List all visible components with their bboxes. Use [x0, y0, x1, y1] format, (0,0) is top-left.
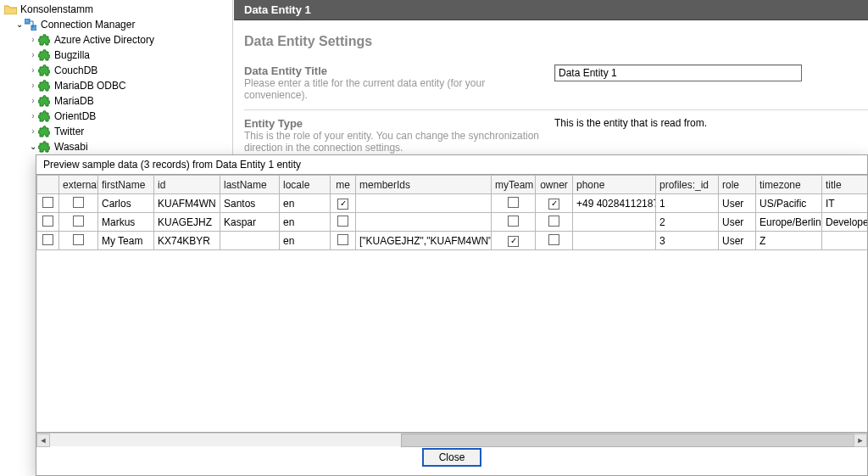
tree-root[interactable]: Konsolenstamm [0, 2, 232, 17]
chevron-down-icon[interactable]: ⌄ [29, 139, 37, 154]
cell-me[interactable] [331, 213, 356, 232]
checkbox[interactable] [508, 216, 519, 227]
cell-external[interactable] [59, 232, 98, 250]
cell-locale: en [280, 232, 331, 250]
cell-me[interactable] [331, 232, 356, 250]
checkbox[interactable] [548, 234, 559, 245]
cell-memberIds: ["KUAGEJHZ","KUAFM4WN"] [356, 232, 492, 250]
tree-connection-manager[interactable]: ⌄ Connection Manager [0, 17, 232, 32]
checkbox[interactable] [337, 199, 348, 210]
scroll-right-button[interactable]: ► [854, 434, 867, 447]
cell-timezone: US/Pacific [756, 194, 822, 213]
column-header[interactable]: lastName [220, 176, 280, 194]
sidebar-item-twitter[interactable]: ›Twitter [0, 124, 232, 139]
sidebar-item-mariadb[interactable]: ›MariaDB [0, 93, 232, 109]
chevron-right-icon[interactable]: › [29, 93, 37, 109]
cell-external[interactable] [59, 213, 98, 232]
column-header[interactable]: owner [536, 176, 573, 194]
horizontal-scrollbar[interactable]: ◄ ► [36, 433, 867, 446]
column-header[interactable]: role [719, 176, 756, 194]
chevron-right-icon[interactable]: › [29, 48, 37, 63]
checkbox[interactable] [337, 216, 348, 227]
chevron-right-icon[interactable]: › [29, 63, 37, 78]
chevron-right-icon[interactable]: › [29, 32, 37, 48]
chevron-right-icon[interactable]: › [29, 124, 37, 139]
cell-myTeam[interactable] [492, 232, 536, 250]
checkbox[interactable] [508, 236, 519, 247]
sidebar-item-label: Twitter [54, 124, 84, 139]
chevron-down-icon[interactable]: ⌄ [15, 17, 24, 32]
sidebar-item-label: Azure Active Directory [54, 32, 154, 48]
sidebar-item-bugzilla[interactable]: ›Bugzilla [0, 48, 232, 63]
table-row[interactable]: My TeamKX74KBYRen["KUAGEJHZ","KUAFM4WN"]… [37, 232, 868, 250]
tree-conn-label: Connection Manager [41, 17, 135, 32]
connection-manager-icon [24, 18, 37, 31]
dialog-footer: Close [36, 446, 867, 475]
cell-sel[interactable] [37, 232, 59, 250]
cell-sel[interactable] [37, 213, 59, 232]
column-header[interactable]: phone [573, 176, 656, 194]
sidebar-item-label: Bugzilla [54, 48, 90, 63]
column-header[interactable]: profiles:_id [656, 176, 719, 194]
column-header[interactable] [37, 176, 59, 194]
cell-role: User [719, 213, 756, 232]
cell-lastName: Kaspar [220, 213, 280, 232]
checkbox[interactable] [73, 197, 84, 208]
checkbox[interactable] [548, 216, 559, 227]
checkbox[interactable] [42, 216, 53, 227]
table-row[interactable]: MarkusKUAGEJHZKasparen2UserEurope/Berlin… [37, 213, 868, 232]
settings-heading: Data Entity Settings [244, 34, 868, 49]
cell-sel[interactable] [37, 194, 59, 213]
scroll-left-button[interactable]: ◄ [36, 434, 50, 447]
cell-myTeam[interactable] [492, 194, 536, 213]
folder-icon [3, 3, 17, 16]
chevron-right-icon[interactable]: › [29, 78, 37, 93]
puzzle-icon [37, 33, 51, 47]
preview-dialog-title: Preview sample data (3 records) from Dat… [36, 155, 867, 174]
cell-title [822, 232, 868, 250]
checkbox[interactable] [337, 234, 348, 245]
cell-owner[interactable] [536, 232, 573, 250]
column-header[interactable]: memberIds [356, 176, 492, 194]
puzzle-icon [37, 94, 51, 108]
close-button[interactable]: Close [422, 448, 481, 467]
cell-memberIds [356, 213, 492, 232]
checkbox[interactable] [42, 197, 53, 208]
sidebar-item-mariadb-odbc[interactable]: ›MariaDB ODBC [0, 78, 232, 93]
sidebar-item-couchdb[interactable]: ›CouchDB [0, 63, 232, 78]
checkbox[interactable] [73, 216, 84, 227]
cell-external[interactable] [59, 194, 98, 213]
puzzle-icon [37, 109, 51, 123]
cell-myTeam[interactable] [492, 213, 536, 232]
cell-firstName: Markus [98, 213, 154, 232]
column-header[interactable]: id [154, 176, 220, 194]
column-header[interactable]: me [331, 176, 356, 194]
sidebar-item-wasabi[interactable]: ⌄Wasabi [0, 139, 232, 154]
column-header[interactable]: locale [280, 176, 331, 194]
column-header[interactable]: firstName [98, 176, 154, 194]
preview-grid-wrap: externalfirstNameidlastNamelocalememembe… [36, 174, 867, 433]
chevron-right-icon[interactable]: › [29, 109, 37, 124]
checkbox[interactable] [42, 234, 53, 245]
sidebar-item-azure-active-directory[interactable]: ›Azure Active Directory [0, 32, 232, 48]
preview-dialog: Preview sample data (3 records) from Dat… [36, 154, 868, 476]
cell-role: User [719, 232, 756, 250]
cell-owner[interactable] [536, 213, 573, 232]
cell-owner[interactable] [536, 194, 573, 213]
cell-me[interactable] [331, 194, 356, 213]
column-header[interactable]: timezone [756, 176, 822, 194]
checkbox[interactable] [548, 199, 559, 210]
cell-firstName: Carlos [98, 194, 154, 213]
sidebar-item-orientdb[interactable]: ›OrientDB [0, 109, 232, 124]
puzzle-icon [37, 48, 51, 62]
scroll-thumb[interactable] [401, 434, 855, 447]
sidebar-item-label: CouchDB [54, 63, 97, 78]
checkbox[interactable] [73, 234, 84, 245]
sidebar-item-label: OrientDB [54, 109, 96, 124]
column-header[interactable]: external [59, 176, 98, 194]
table-row[interactable]: CarlosKUAFM4WNSantosen+49 402841121871Us… [37, 194, 868, 213]
column-header[interactable]: myTeam [492, 176, 536, 194]
checkbox[interactable] [508, 197, 519, 208]
entity-title-input[interactable] [554, 64, 802, 81]
column-header[interactable]: title [822, 176, 868, 194]
